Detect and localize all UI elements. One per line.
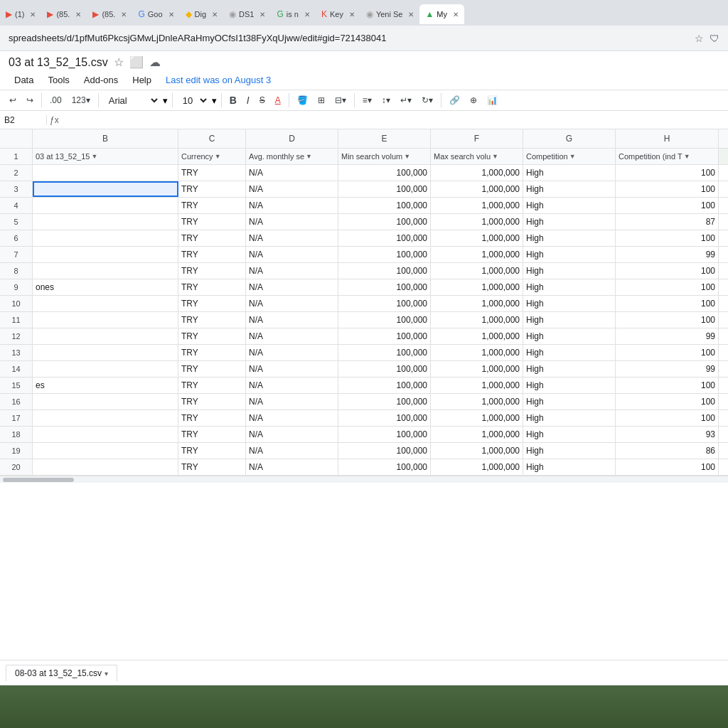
cell-c-16[interactable]: TRY	[178, 394, 246, 410]
header-cell-h[interactable]: Competition (ind T ▼	[616, 149, 719, 164]
cell-g-15[interactable]: High	[523, 378, 616, 393]
cell-c-13[interactable]: TRY	[178, 345, 246, 360]
browser-tab-10[interactable]: ▲ My ✕	[419, 4, 464, 24]
cell-f-5[interactable]: 1,000,000	[431, 214, 523, 230]
filter-icon-h[interactable]: ▼	[684, 153, 690, 160]
cell-e-10[interactable]: 100,000	[338, 296, 431, 311]
browser-tab-2[interactable]: ▶ (85. ✕	[41, 4, 87, 24]
cell-g-5[interactable]: High	[523, 214, 616, 230]
cell-h-6[interactable]: 100	[616, 230, 719, 246]
cell-b-11[interactable]	[33, 312, 178, 328]
header-cell-e[interactable]: Min search volum ▼	[338, 149, 431, 164]
cell-b-18[interactable]	[33, 427, 178, 442]
col-header-g[interactable]: G	[523, 129, 616, 148]
merge-button[interactable]: ⊟▾	[331, 93, 350, 107]
cell-g-19[interactable]: High	[523, 443, 616, 459]
cell-b-2[interactable]	[33, 165, 178, 181]
col-header-c[interactable]: C	[178, 129, 246, 148]
redo-button[interactable]: ↪	[23, 93, 37, 107]
cell-c-4[interactable]: TRY	[178, 198, 246, 213]
col-header-e[interactable]: E	[338, 129, 431, 148]
undo-button[interactable]: ↩	[6, 93, 20, 107]
cell-h-19[interactable]: 86	[616, 443, 719, 459]
cell-d-14[interactable]: N/A	[246, 361, 338, 377]
cell-b-19[interactable]	[33, 443, 178, 459]
cell-e-16[interactable]: 100,000	[338, 394, 431, 410]
link-button[interactable]: 🔗	[446, 93, 464, 107]
cell-h-20[interactable]: 100	[616, 459, 719, 475]
cell-e-20[interactable]: 100,000	[338, 459, 431, 475]
browser-tab-3[interactable]: ▶ (85. ✕	[87, 4, 132, 24]
cell-b-5[interactable]	[33, 214, 178, 230]
cloud-icon[interactable]: ☁	[149, 55, 161, 69]
tab-close-5[interactable]: ✕	[212, 11, 218, 18]
cell-b-15[interactable]: es	[33, 378, 178, 393]
cell-g-7[interactable]: High	[523, 247, 616, 262]
cell-b-17[interactable]	[33, 410, 178, 426]
cell-d-16[interactable]: N/A	[246, 394, 338, 410]
menu-addons[interactable]: Add-ons	[78, 72, 124, 88]
cell-g-12[interactable]: High	[523, 328, 616, 344]
cell-c-18[interactable]: TRY	[178, 427, 246, 442]
cell-h-14[interactable]: 99	[616, 361, 719, 377]
cell-c-12[interactable]: TRY	[178, 328, 246, 344]
cell-h-8[interactable]: 100	[616, 263, 719, 279]
cell-e-4[interactable]: 100,000	[338, 198, 431, 213]
italic-button[interactable]: I	[243, 92, 253, 108]
cell-b-14[interactable]	[33, 361, 178, 377]
cell-e-9[interactable]: 100,000	[338, 279, 431, 295]
cell-f-20[interactable]: 1,000,000	[431, 459, 523, 475]
cell-f-10[interactable]: 1,000,000	[431, 296, 523, 311]
font-size-select[interactable]: 10	[177, 93, 209, 108]
cell-g-20[interactable]: High	[523, 459, 616, 475]
header-cell-c[interactable]: Currency ▼	[178, 149, 246, 164]
cell-g-4[interactable]: High	[523, 198, 616, 213]
halign-button[interactable]: ≡▾	[359, 93, 375, 107]
filter-icon-e[interactable]: ▼	[404, 153, 410, 160]
cell-c-19[interactable]: TRY	[178, 443, 246, 459]
cell-h-13[interactable]: 100	[616, 345, 719, 360]
cell-f-6[interactable]: 1,000,000	[431, 230, 523, 246]
cell-f-2[interactable]: 1,000,000	[431, 165, 523, 181]
cell-d-2[interactable]: N/A	[246, 165, 338, 181]
cell-c-10[interactable]: TRY	[178, 296, 246, 311]
cell-g-13[interactable]: High	[523, 345, 616, 360]
cell-c-2[interactable]: TRY	[178, 165, 246, 181]
filter-icon-c[interactable]: ▼	[215, 153, 221, 160]
browser-tab-5[interactable]: ◆ Dig ✕	[180, 4, 224, 24]
cell-d-7[interactable]: N/A	[246, 247, 338, 262]
borders-button[interactable]: ⊞	[314, 93, 328, 107]
font-name-select[interactable]: Arial	[103, 93, 160, 108]
tab-close-3[interactable]: ✕	[121, 11, 127, 18]
cell-d-20[interactable]: N/A	[246, 459, 338, 475]
cell-f-3[interactable]: 1,000,000	[431, 181, 523, 197]
cell-b-8[interactable]	[33, 263, 178, 279]
cell-b-10[interactable]	[33, 296, 178, 311]
rotate-button[interactable]: ↻▾	[418, 93, 437, 107]
cell-d-18[interactable]: N/A	[246, 427, 338, 442]
cell-e-3[interactable]: 100,000	[338, 181, 431, 197]
cell-g-3[interactable]: High	[523, 181, 616, 197]
cell-d-3[interactable]: N/A	[246, 181, 338, 197]
cell-e-18[interactable]: 100,000	[338, 427, 431, 442]
cell-d-9[interactable]: N/A	[246, 279, 338, 295]
cell-d-15[interactable]: N/A	[246, 378, 338, 393]
cell-f-11[interactable]: 1,000,000	[431, 312, 523, 328]
menu-tools[interactable]: Tools	[42, 72, 75, 88]
cell-b-12[interactable]	[33, 328, 178, 344]
col-header-b[interactable]: B	[33, 129, 178, 148]
cell-reference[interactable]: B2	[4, 115, 47, 125]
cell-f-9[interactable]: 1,000,000	[431, 279, 523, 295]
tab-close-7[interactable]: ✕	[304, 11, 310, 18]
cell-f-13[interactable]: 1,000,000	[431, 345, 523, 360]
filter-icon-f[interactable]: ▼	[492, 153, 498, 160]
header-cell-b[interactable]: 03 at 13_52_15 ▼	[33, 149, 178, 164]
cell-b-9[interactable]: ones	[33, 279, 178, 295]
valign-button[interactable]: ↕▾	[378, 93, 394, 107]
cell-e-13[interactable]: 100,000	[338, 345, 431, 360]
browser-tab-6[interactable]: ◉ DS1 ✕	[223, 4, 271, 24]
cell-b-4[interactable]	[33, 198, 178, 213]
cell-h-10[interactable]: 100	[616, 296, 719, 311]
tab-close-4[interactable]: ✕	[168, 11, 174, 18]
cell-e-7[interactable]: 100,000	[338, 247, 431, 262]
